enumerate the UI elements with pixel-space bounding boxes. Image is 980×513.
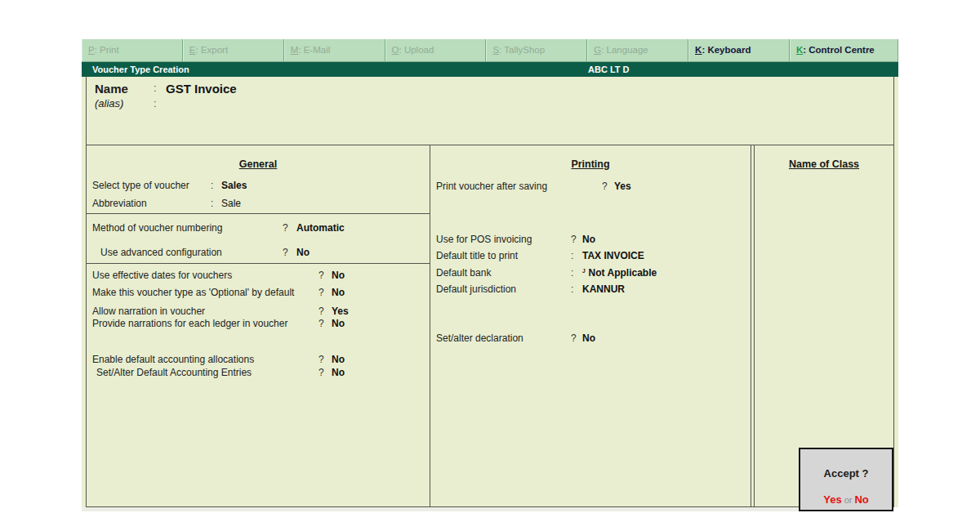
default-title-value[interactable]: TAX INVOICE [582,250,644,261]
printing-column: Printing Print voucher after saving ? Ye… [430,145,751,506]
accept-dialog: Accept ? YesorNo [799,448,893,511]
end-of-list-icon: ᴶ [582,267,586,276]
screen-title: Voucher Type Creation [92,65,189,74]
accept-label: Accept ? [800,467,892,480]
company-name: ABC LT D [588,62,630,77]
name-field[interactable]: GST Invoice [166,82,237,96]
accept-yes-button[interactable]: Yes [823,493,841,506]
screen: P: Print E: Export M: E-Mail O: Upload S… [0,0,980,513]
print-button: P: Print [82,39,183,61]
window-shadow [82,507,882,511]
language-button: G: Language [587,39,688,61]
field-row-select-type: Select type of voucher : Sales [87,180,430,194]
accept-no-button[interactable]: No [854,493,868,506]
advanced-config-value[interactable]: No [296,247,310,258]
field-row-effective-dates: Use effective dates for vouchers ? No [87,270,430,283]
upload-button: O: Upload [385,39,487,61]
field-row-advanced-config: Use advanced configuration ? No [87,247,430,261]
pos-invoicing-value[interactable]: No [582,234,595,245]
tallyshop-button: S: TallyShop [486,39,587,61]
button-bar: P: Print E: Export M: E-Mail O: Upload S… [82,39,898,62]
general-heading: General [87,158,430,170]
optional-default-value[interactable]: No [332,287,345,298]
alias-label: (alias) [95,97,123,109]
export-button: E: Export [183,39,284,61]
print-after-saving-value[interactable]: Yes [614,181,631,192]
section-divider [87,213,430,214]
settings-table: General Select type of voucher : Sales A… [87,145,893,506]
ledger-narrations-value[interactable]: No [332,318,345,329]
alias-row: (alias) : [87,97,893,112]
default-entries-value[interactable]: No [332,367,345,378]
name-section: Name : GST Invoice (alias) : [87,77,893,145]
field-row-default-jurisdiction: Default jurisdiction : KANNUR [430,283,751,297]
field-row-numbering-method: Method of voucher numbering ? Automatic [87,222,430,236]
default-allocations-value[interactable]: No [332,354,345,365]
email-button: M: E-Mail [284,39,385,61]
section-divider [87,263,430,264]
field-row-optional-default: Make this voucher type as 'Optional' by … [87,287,430,301]
select-type-value[interactable]: Sales [221,180,247,191]
title-bar: Voucher Type Creation ABC LT D [82,62,898,77]
field-row-ledger-narrations: Provide narrations for each ledger in vo… [87,318,430,332]
effective-dates-value[interactable]: No [332,270,345,281]
name-row: Name : GST Invoice [87,82,893,96]
field-row-declaration: Set/alter declaration ? No [430,332,751,346]
field-row-default-entries: Set/Alter Default Accounting Entries ? N… [87,367,430,381]
printing-heading: Printing [430,158,751,170]
abbreviation-value[interactable]: Sale [221,198,241,209]
default-bank-value[interactable]: ᴶNot Applicable [582,267,657,279]
general-column: General Select type of voucher : Sales A… [87,145,430,506]
name-label: Name [95,82,128,96]
allow-narration-value[interactable]: Yes [332,306,349,317]
field-row-abbreviation: Abbreviation : Sale [87,198,430,212]
numbering-method-value[interactable]: Automatic [296,222,345,234]
declaration-value[interactable]: No [582,332,595,344]
default-jurisdiction-value[interactable]: KANNUR [582,283,625,295]
field-row-default-allocations: Enable default accounting allocations ? … [87,354,430,368]
field-row-default-bank: Default bank : ᴶNot Applicable [430,267,751,281]
field-row-print-after-saving: Print voucher after saving ? Yes [430,181,751,194]
field-row-pos-invoicing: Use for POS invoicing ? No [430,234,751,248]
tally-window: P: Print E: Export M: E-Mail O: Upload S… [82,39,898,507]
keyboard-button[interactable]: K: Keyboard [688,39,790,61]
name-of-class-heading: Name of Class [755,158,893,170]
field-row-default-title: Default title to print : TAX INVOICE [430,250,751,264]
voucher-type-form: Name : GST Invoice (alias) : General Sel… [86,77,894,507]
control-centre-button[interactable]: K: Control Centre [790,39,898,61]
